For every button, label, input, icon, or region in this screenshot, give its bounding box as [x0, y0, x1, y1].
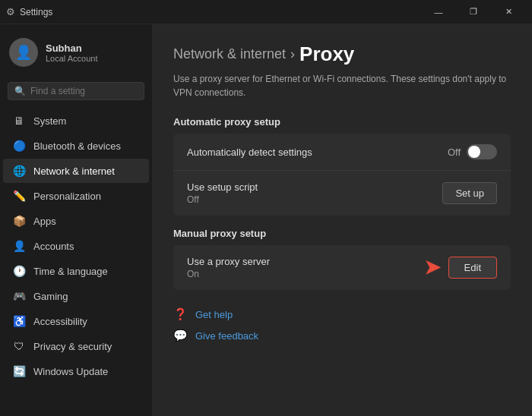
sidebar-label-network: Network & internet: [33, 165, 115, 177]
minimize-button[interactable]: —: [421, 0, 456, 24]
toggle-track[interactable]: [467, 144, 497, 159]
setup-script-text: Use setup script Off: [187, 181, 442, 205]
breadcrumb-parent: Network & internet: [173, 46, 286, 62]
apps-icon: 📦: [12, 214, 26, 228]
give-feedback-label: Give feedback: [195, 330, 258, 342]
titlebar-title: Settings: [20, 7, 416, 17]
automatic-proxy-card: Automatically detect settings Off Use se…: [173, 134, 511, 216]
sidebar-label-personalization: Personalization: [33, 191, 101, 202]
search-input[interactable]: [30, 86, 144, 96]
breadcrumb-current: Proxy: [299, 43, 354, 66]
auto-detect-label: Automatically detect settings: [187, 147, 448, 158]
auto-detect-row: Automatically detect settings Off: [173, 134, 511, 171]
privacy-icon: 🛡: [12, 339, 26, 353]
red-arrow-icon: ➤: [424, 256, 441, 279]
gaming-icon: 🎮: [12, 289, 26, 303]
system-icon: 🖥: [12, 114, 26, 128]
bluetooth-icon: 🔵: [12, 139, 26, 153]
proxy-server-label: Use a proxy server: [187, 256, 424, 267]
search-box[interactable]: 🔍: [8, 82, 144, 100]
sidebar-label-accessibility: Accessibility: [33, 316, 87, 327]
user-section: 👤 Subhan Local Account: [0, 30, 152, 74]
user-role: Local Account: [46, 54, 98, 63]
user-name: Subhan: [46, 43, 98, 54]
sidebar-label-privacy: Privacy & security: [33, 341, 112, 352]
setup-script-sub: Off: [187, 194, 442, 205]
setup-button[interactable]: Set up: [442, 182, 497, 204]
sidebar-item-privacy[interactable]: 🛡 Privacy & security: [3, 334, 149, 358]
proxy-server-sub: On: [187, 269, 424, 279]
main-content: Network & internet › Proxy Use a proxy s…: [152, 24, 532, 416]
breadcrumb-separator: ›: [290, 46, 295, 62]
search-icon: 🔍: [14, 86, 26, 96]
sidebar-item-update[interactable]: 🔄 Windows Update: [3, 359, 149, 383]
proxy-server-text: Use a proxy server On: [187, 256, 424, 279]
sidebar-item-apps[interactable]: 📦 Apps: [3, 209, 149, 233]
window-controls: — ❐ ✕: [421, 0, 526, 24]
feedback-icon: 💬: [173, 329, 188, 342]
sidebar-label-accounts: Accounts: [33, 241, 74, 252]
get-help-label: Get help: [195, 309, 233, 320]
maximize-button[interactable]: ❐: [456, 0, 491, 24]
help-icon: ❓: [173, 307, 188, 321]
toggle-thumb: [468, 146, 480, 158]
update-icon: 🔄: [12, 364, 26, 378]
proxy-server-row: Use a proxy server On ➤ Edit: [173, 245, 511, 290]
sidebar-item-accounts[interactable]: 👤 Accounts: [3, 234, 149, 258]
sidebar-item-network[interactable]: 🌐 Network & internet: [3, 159, 149, 183]
setup-script-label: Use setup script: [187, 181, 442, 193]
sidebar-item-accessibility[interactable]: ♿ Accessibility: [3, 309, 149, 333]
sidebar-item-time[interactable]: 🕐 Time & language: [3, 259, 149, 283]
sidebar-label-gaming: Gaming: [33, 291, 68, 302]
manual-proxy-card: Use a proxy server On ➤ Edit: [173, 245, 511, 290]
nav-container: 🖥 System 🔵 Bluetooth & devices 🌐 Network…: [0, 108, 152, 384]
accessibility-icon: ♿: [12, 314, 26, 328]
sidebar-label-update: Windows Update: [33, 366, 108, 377]
accounts-icon: 👤: [12, 239, 26, 253]
sidebar-item-bluetooth[interactable]: 🔵 Bluetooth & devices: [3, 134, 149, 158]
close-button[interactable]: ✕: [491, 0, 526, 24]
user-info: Subhan Local Account: [46, 43, 98, 63]
personalization-icon: ✏️: [12, 189, 26, 203]
help-links: ❓ Get help 💬 Give feedback: [173, 304, 511, 346]
edit-button[interactable]: Edit: [448, 257, 497, 279]
app-body: 👤 Subhan Local Account 🔍 🖥 System 🔵 Blue…: [0, 24, 532, 416]
settings-icon: ⚙: [6, 6, 15, 17]
get-help-link[interactable]: ❓ Get help: [173, 304, 511, 325]
sidebar-item-gaming[interactable]: 🎮 Gaming: [3, 284, 149, 308]
give-feedback-link[interactable]: 💬 Give feedback: [173, 325, 511, 346]
network-icon: 🌐: [12, 164, 26, 178]
page-subtitle: Use a proxy server for Ethernet or Wi-Fi…: [173, 72, 511, 99]
auto-detect-text: Automatically detect settings: [187, 147, 448, 158]
sidebar-label-system: System: [33, 115, 66, 127]
arrow-indicator: ➤ Edit: [424, 256, 497, 279]
toggle-off-label: Off: [448, 147, 461, 158]
auto-detect-toggle[interactable]: Off: [448, 144, 497, 159]
sidebar-label-time: Time & language: [33, 266, 108, 277]
automatic-section-header: Automatic proxy setup: [173, 116, 511, 128]
sidebar-item-system[interactable]: 🖥 System: [3, 109, 149, 133]
avatar: 👤: [9, 38, 38, 67]
sidebar-label-apps: Apps: [33, 216, 56, 227]
sidebar-label-bluetooth: Bluetooth & devices: [33, 140, 121, 152]
time-icon: 🕐: [12, 264, 26, 278]
titlebar: ⚙ Settings — ❐ ✕: [0, 0, 532, 24]
breadcrumb: Network & internet › Proxy: [173, 43, 511, 66]
manual-section-header: Manual proxy setup: [173, 228, 511, 239]
sidebar-item-personalization[interactable]: ✏️ Personalization: [3, 184, 149, 208]
setup-script-row: Use setup script Off Set up: [173, 171, 511, 216]
sidebar: 👤 Subhan Local Account 🔍 🖥 System 🔵 Blue…: [0, 24, 152, 416]
